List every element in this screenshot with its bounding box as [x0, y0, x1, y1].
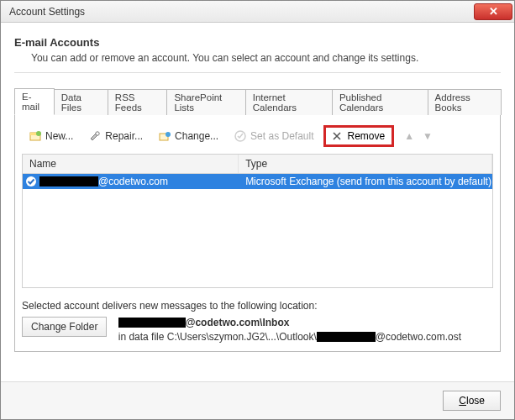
- tab-panel-email: New... Repair... Change...: [14, 114, 501, 352]
- titlebar: Account Settings ✕: [1, 1, 514, 23]
- body: E-mail Accounts You can add or remove an…: [1, 23, 514, 381]
- repair-button[interactable]: Repair...: [83, 127, 148, 145]
- section-title: E-mail Accounts: [14, 34, 501, 52]
- row-name-suffix: @codetwo.com: [98, 176, 168, 187]
- location-line2-prefix: in data file C:\Users\szymon.JG2\...\Out…: [118, 331, 317, 343]
- divider: [14, 72, 501, 73]
- remove-button[interactable]: Remove: [323, 125, 394, 147]
- repair-icon: [88, 129, 102, 143]
- set-default-label: Set as Default: [250, 130, 313, 142]
- list-row[interactable]: @codetwo.com Microsoft Exchange (send fr…: [23, 174, 492, 189]
- list-header: Name Type: [23, 155, 492, 174]
- arrow-up-icon: ▲: [404, 130, 414, 142]
- footer: Close: [1, 381, 514, 419]
- tab-sharepoint-lists[interactable]: SharePoint Lists: [166, 89, 245, 115]
- location-line2: in data file C:\Users\szymon.JG2\...\Out…: [118, 328, 461, 343]
- tab-rss-feeds[interactable]: RSS Feeds: [108, 89, 168, 115]
- svg-point-3: [96, 132, 99, 135]
- reorder-arrows: ▲ ▼: [404, 130, 433, 142]
- location-line1-suffix: @codetwo.com\Inbox: [186, 317, 290, 328]
- row-name: @codetwo.com: [39, 176, 239, 187]
- tab-email[interactable]: E-mail: [14, 88, 55, 115]
- location-intro: Selected account delivers new messages t…: [22, 300, 493, 312]
- remove-label: Remove: [347, 130, 385, 142]
- close-button[interactable]: Close: [443, 391, 501, 411]
- tab-published-calendars[interactable]: Published Calendars: [332, 89, 428, 115]
- tab-address-books[interactable]: Address Books: [428, 89, 502, 115]
- col-header-name[interactable]: Name: [23, 155, 239, 173]
- change-icon: [158, 129, 171, 143]
- location-area: Selected account delivers new messages t…: [22, 300, 493, 343]
- close-icon: ✕: [489, 5, 498, 18]
- arrow-down-icon: ▼: [423, 130, 433, 142]
- default-check-icon: [23, 176, 39, 187]
- redacted-text: [118, 318, 186, 328]
- check-icon: [234, 129, 247, 143]
- window-close-button[interactable]: ✕: [474, 3, 512, 20]
- location-line1: @codetwo.com\Inbox: [118, 317, 461, 328]
- close-label-rest: lose: [466, 395, 485, 407]
- repair-label: Repair...: [105, 130, 143, 142]
- change-folder-button[interactable]: Change Folder: [22, 317, 107, 337]
- redacted-text: [317, 332, 376, 342]
- change-button[interactable]: Change...: [153, 127, 223, 145]
- tab-strip: E-mail Data Files RSS Feeds SharePoint L…: [14, 88, 501, 115]
- col-header-type[interactable]: Type: [239, 155, 492, 173]
- tab-internet-calendars[interactable]: Internet Calendars: [245, 89, 333, 115]
- window-title: Account Settings: [9, 6, 474, 18]
- tab-data-files[interactable]: Data Files: [54, 89, 108, 115]
- section-desc: You can add or remove an account. You ca…: [14, 52, 501, 72]
- svg-point-2: [36, 131, 41, 136]
- account-settings-window: Account Settings ✕ E-mail Accounts You c…: [0, 0, 515, 420]
- location-line2-suffix: @codetwo.com.ost: [376, 331, 461, 343]
- new-label: New...: [45, 130, 73, 142]
- new-icon: [29, 129, 42, 143]
- set-default-button: Set as Default: [229, 127, 318, 145]
- redacted-text: [39, 176, 98, 186]
- change-label: Change...: [175, 130, 218, 142]
- accounts-list: Name Type @codetwo.com Microsoft Exchang…: [22, 154, 493, 288]
- svg-point-5: [166, 132, 171, 137]
- new-button[interactable]: New...: [24, 127, 78, 145]
- toolbar: New... Repair... Change...: [22, 122, 493, 154]
- location-text: @codetwo.com\Inbox in data file C:\Users…: [118, 312, 461, 343]
- remove-icon: [330, 129, 344, 143]
- row-type: Microsoft Exchange (send from this accou…: [239, 176, 492, 187]
